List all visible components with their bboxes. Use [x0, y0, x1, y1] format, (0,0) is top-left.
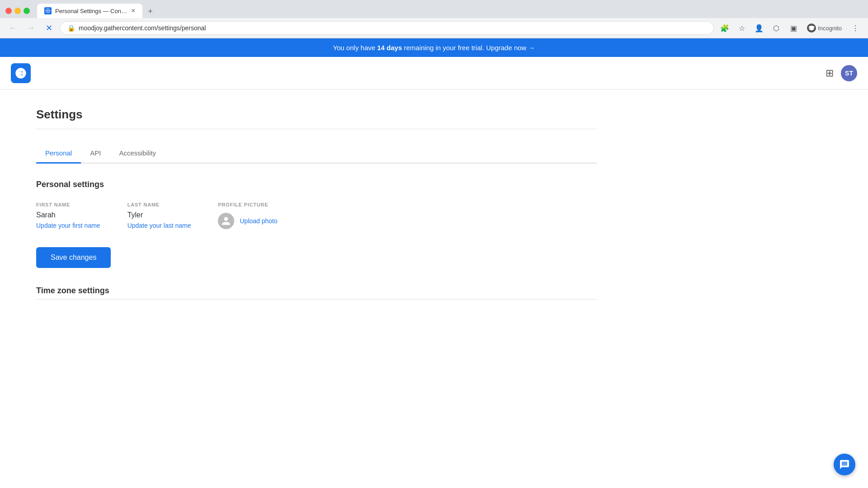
first-name-value: Sarah: [36, 211, 100, 219]
browser-titlebar: Personal Settings — Content W × +: [0, 0, 868, 18]
tab-favicon: [44, 7, 52, 14]
page-title: Settings: [36, 108, 597, 122]
app-logo[interactable]: [11, 63, 31, 83]
personal-settings-title: Personal settings: [36, 180, 597, 189]
window-maximize-button[interactable]: [24, 8, 30, 14]
window-close-button[interactable]: [5, 8, 12, 14]
browser-tabs: Personal Settings — Content W × +: [37, 4, 156, 18]
profile-picture-group: PROFILE PICTURE Upload photo: [218, 202, 277, 229]
lock-icon: 🔒: [67, 24, 75, 32]
chat-icon: [839, 459, 850, 470]
personal-settings-section: Personal settings FIRST NAME Sarah Updat…: [36, 180, 597, 268]
last-name-label: LAST NAME: [127, 202, 191, 207]
person-icon: [221, 216, 231, 226]
header-actions: ⊞ ST: [826, 65, 857, 81]
active-tab[interactable]: Personal Settings — Content W ×: [37, 4, 142, 18]
extensions-icon[interactable]: 🧩: [717, 21, 732, 35]
browser-chrome: Personal Settings — Content W × + ← → ✕ …: [0, 0, 868, 38]
window-minimize-button[interactable]: [14, 8, 21, 14]
refresh-button[interactable]: ✕: [42, 21, 56, 35]
user-avatar[interactable]: ST: [841, 65, 857, 81]
first-name-group: FIRST NAME Sarah Update your first name: [36, 202, 100, 229]
new-tab-button[interactable]: +: [144, 5, 156, 18]
incognito-label: Incognito: [818, 25, 842, 32]
chat-bubble-button[interactable]: [834, 454, 855, 475]
last-name-group: LAST NAME Tyler Update your last name: [127, 202, 191, 229]
save-changes-button[interactable]: Save changes: [36, 247, 111, 268]
first-name-label: FIRST NAME: [36, 202, 100, 207]
update-last-name-link[interactable]: Update your last name: [127, 222, 191, 229]
timezone-section: Time zone settings: [36, 286, 597, 300]
tab-accessibility[interactable]: Accessibility: [110, 144, 165, 164]
toolbar-actions: 🧩 ☆ 👤 ⬡ ▣ Incognito ⋮: [717, 21, 863, 35]
extensions2-icon[interactable]: ⬡: [769, 21, 783, 35]
browser-toolbar: ← → ✕ 🔒 moodjoy.gathercontent.com/settin…: [0, 18, 868, 38]
trial-banner: You only have 14 days remaining in your …: [0, 38, 868, 57]
tab-api[interactable]: API: [81, 144, 110, 164]
trial-days: 14 days: [377, 44, 402, 52]
update-first-name-link[interactable]: Update your first name: [36, 222, 100, 229]
profile-picture-label: PROFILE PICTURE: [218, 202, 277, 207]
trial-text-after: remaining in your free trial. Upgrade no…: [402, 44, 535, 52]
page-content: Settings Personal API Accessibility Pers…: [0, 89, 633, 318]
upload-photo-link[interactable]: Upload photo: [240, 217, 277, 225]
upload-photo-row: Upload photo: [218, 213, 277, 229]
tab-personal[interactable]: Personal: [36, 144, 81, 164]
timezone-title: Time zone settings: [36, 286, 597, 296]
incognito-icon: [807, 23, 816, 33]
address-bar[interactable]: 🔒 moodjoy.gathercontent.com/settings/per…: [60, 21, 714, 35]
settings-tabs: Personal API Accessibility: [36, 144, 597, 164]
logo-icon: [14, 67, 27, 80]
last-name-value: Tyler: [127, 211, 191, 219]
sidebar-icon[interactable]: ▣: [786, 21, 801, 35]
window-controls: [5, 8, 30, 14]
menu-icon[interactable]: ⋮: [848, 21, 863, 35]
app-header: ⊞ ST: [0, 57, 868, 89]
trial-text-before: You only have: [333, 44, 377, 52]
form-row-names: FIRST NAME Sarah Update your first name …: [36, 202, 597, 229]
grid-icon[interactable]: ⊞: [826, 67, 834, 79]
timezone-divider: [36, 299, 597, 300]
url-text: moodjoy.gathercontent.com/settings/perso…: [79, 24, 706, 32]
incognito-button[interactable]: Incognito: [803, 22, 845, 34]
star-icon[interactable]: ☆: [735, 21, 749, 35]
avatar-placeholder: [218, 213, 234, 229]
page-divider: [36, 129, 597, 129]
tab-title: Personal Settings — Content W: [55, 8, 127, 14]
back-button[interactable]: ←: [5, 21, 20, 35]
tab-close-button[interactable]: ×: [131, 7, 135, 14]
profile-icon[interactable]: 👤: [752, 21, 766, 35]
forward-button[interactable]: →: [24, 21, 38, 35]
